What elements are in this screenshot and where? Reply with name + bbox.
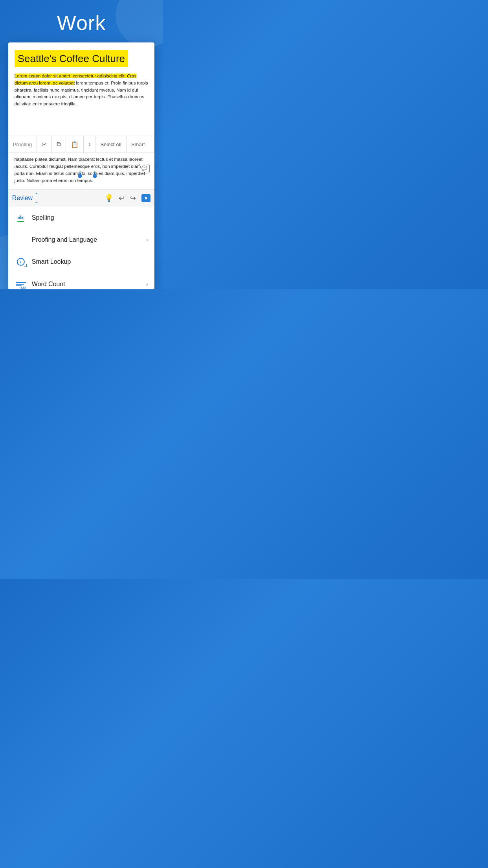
abc-text: abc bbox=[17, 214, 24, 221]
cursor-handles bbox=[77, 171, 98, 178]
document-container: Seattle's Coffee Culture Lorem ipsum dol… bbox=[8, 42, 155, 289]
spelling-icon-container: abc bbox=[15, 211, 27, 224]
toolbar-proofing[interactable]: Proofing bbox=[8, 136, 37, 153]
search-tail bbox=[24, 264, 27, 267]
page-title: Work bbox=[57, 11, 106, 35]
document-body-top: Lorem ipsum dolor sit amtet, consectetur… bbox=[15, 73, 149, 107]
spelling-underline bbox=[17, 221, 24, 222]
document-body-lower: habitasse platea dictumst. Nam placerat … bbox=[8, 153, 155, 189]
menu-item-smart-lookup[interactable]: i Smart Lookup bbox=[8, 251, 155, 273]
cursor-handle-left bbox=[77, 171, 83, 178]
cursor-handle-right bbox=[92, 171, 98, 178]
menu-item-spelling[interactable]: abc Spelling bbox=[8, 207, 155, 229]
review-label: Review bbox=[12, 195, 33, 202]
lightbulb-icon[interactable]: 💡 bbox=[105, 194, 113, 202]
toolbar-smart[interactable]: Smart bbox=[127, 136, 150, 153]
spelling-label: Spelling bbox=[32, 214, 149, 221]
document-title: Seattle's Coffee Culture bbox=[15, 50, 128, 67]
scissors-icon: ✂ bbox=[42, 141, 47, 148]
toolbar-select-all[interactable]: Select All bbox=[95, 136, 126, 153]
more-icon: › bbox=[88, 141, 90, 148]
wc-number: =123 bbox=[19, 286, 26, 289]
body-lower-text: habitasse platea dictumst. Nam placerat … bbox=[15, 157, 145, 182]
paste-icon: 📋 bbox=[71, 141, 79, 148]
proofing-icon-placeholder bbox=[15, 234, 27, 246]
word-count-icon-container: =123 bbox=[15, 278, 27, 289]
menu-items: abc Spelling Proofing and Language › bbox=[8, 207, 155, 289]
review-dropdown[interactable]: ▾ bbox=[141, 194, 150, 202]
smart-lookup-circle: i bbox=[17, 258, 25, 266]
undo-icon[interactable]: ↩ bbox=[119, 194, 125, 202]
wc-line-2 bbox=[16, 284, 24, 285]
toolbar-more[interactable]: › bbox=[84, 136, 95, 153]
smart-lookup-i: i bbox=[20, 259, 21, 265]
comment-icon: 💬 bbox=[141, 165, 147, 172]
review-actions: 💡 ↩ ↪ ▾ bbox=[105, 194, 150, 202]
comment-button[interactable]: 💬 bbox=[139, 164, 150, 173]
toolbar-paste[interactable]: 📋 bbox=[66, 136, 84, 153]
copy-icon: ⧉ bbox=[57, 141, 61, 148]
toolbar-scissors[interactable]: ✂ bbox=[37, 136, 52, 153]
word-count-chevron-icon: › bbox=[146, 281, 148, 288]
redo-icon[interactable]: ↪ bbox=[130, 194, 136, 202]
menu-item-proofing-language[interactable]: Proofing and Language › bbox=[8, 229, 155, 251]
document-content-top: Seattle's Coffee Culture Lorem ipsum dol… bbox=[8, 42, 155, 136]
toolbar-copy[interactable]: ⧉ bbox=[52, 136, 66, 153]
word-count-label: Word Count bbox=[32, 281, 146, 288]
page-wrapper: Work Seattle's Coffee Culture Lorem ipsu… bbox=[0, 0, 163, 289]
smart-lookup-label: Smart Lookup bbox=[32, 258, 149, 265]
word-count-lines: =123 bbox=[16, 282, 26, 286]
menu-item-word-count[interactable]: =123 Word Count › bbox=[8, 273, 155, 289]
wc-line-1 bbox=[16, 282, 26, 283]
proofing-language-label: Proofing and Language bbox=[32, 236, 146, 243]
review-toolbar: Review ⌃⌄ 💡 ↩ ↪ ▾ bbox=[8, 189, 155, 207]
selection-toolbar: Proofing ✂ ⧉ 📋 › Select All Smart bbox=[8, 136, 155, 153]
smart-lookup-icon-container: i bbox=[15, 256, 27, 268]
review-chevron-icon[interactable]: ⌃⌄ bbox=[34, 192, 39, 204]
proofing-chevron-icon: › bbox=[146, 236, 148, 243]
